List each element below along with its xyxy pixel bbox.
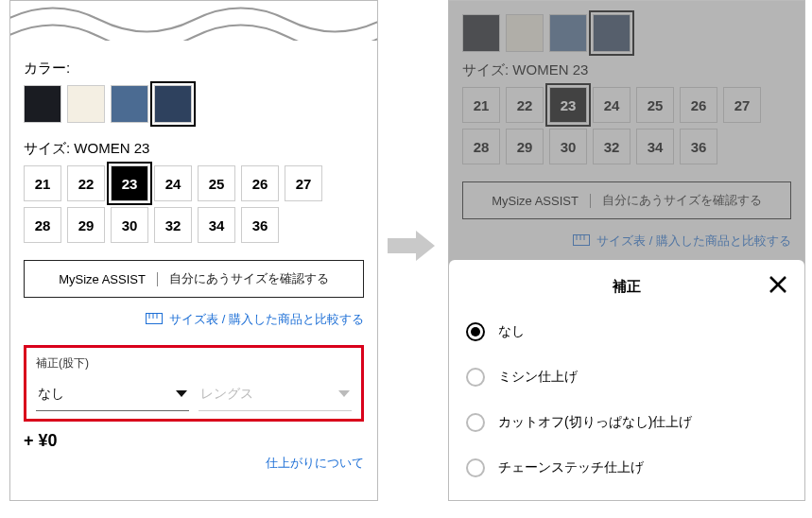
color-swatch[interactable] xyxy=(111,85,148,123)
radio-icon xyxy=(466,322,485,341)
sheet-title: 補正 xyxy=(613,278,641,296)
length-select: レングス xyxy=(199,377,352,411)
alteration-highlight: 補正(股下) なし レングス xyxy=(24,345,364,422)
alteration-select[interactable]: なし xyxy=(36,377,189,411)
size-chip[interactable]: 24 xyxy=(154,165,192,201)
left-panel: カラー: サイズ: WOMEN 23 212223242526272829303… xyxy=(9,0,378,501)
size-chip[interactable]: 34 xyxy=(198,207,235,243)
torn-edge-decoration xyxy=(9,0,378,41)
alteration-value: なし xyxy=(38,386,64,403)
right-panel: サイズ: WOMEN 23 21222324252627282930323436… xyxy=(448,0,805,501)
alteration-label: 補正(股下) xyxy=(36,355,189,371)
size-label: サイズ: WOMEN 23 xyxy=(24,140,364,158)
alteration-option-label: カットオフ(切りっぱなし)仕上げ xyxy=(498,414,692,431)
size-chip[interactable]: 22 xyxy=(67,165,105,201)
radio-icon xyxy=(466,368,485,387)
alteration-option[interactable]: カットオフ(切りっぱなし)仕上げ xyxy=(464,400,789,445)
size-chip[interactable]: 27 xyxy=(285,165,322,201)
price-adjustment: + ¥0 xyxy=(24,431,364,451)
sizechart-link-row: サイズ表 / 購入した商品と比較する xyxy=(24,311,364,328)
size-chips: 21222324252627282930323436 xyxy=(24,165,364,243)
finish-info-link[interactable]: 仕上がりについて xyxy=(266,456,364,470)
arrow-right-icon xyxy=(388,231,435,261)
alteration-option-label: なし xyxy=(498,323,525,340)
mysize-assist-subtitle: 自分にあうサイズを確認する xyxy=(158,270,340,287)
radio-icon xyxy=(466,413,485,432)
size-chip[interactable]: 29 xyxy=(67,207,105,243)
length-placeholder: レングス xyxy=(200,386,253,403)
mysize-assist-button[interactable]: MySize ASSIST 自分にあうサイズを確認する xyxy=(24,260,364,298)
mysize-assist-title: MySize ASSIST xyxy=(47,272,158,286)
alteration-option[interactable]: チェーンステッチ仕上げ xyxy=(464,445,789,491)
size-chip[interactable]: 30 xyxy=(111,207,148,243)
size-chip[interactable]: 21 xyxy=(24,165,61,201)
svg-rect-0 xyxy=(146,314,162,324)
alteration-option[interactable]: ミシン仕上げ xyxy=(464,354,789,400)
alteration-sheet: 補正 なしミシン仕上げカットオフ(切りっぱなし)仕上げチェーンステッチ仕上げ xyxy=(449,260,804,500)
length-label xyxy=(199,358,352,371)
radio-icon xyxy=(466,458,485,477)
size-chip[interactable]: 28 xyxy=(24,207,61,243)
color-swatch[interactable] xyxy=(67,85,105,123)
color-swatches xyxy=(24,85,364,123)
sizechart-link[interactable]: サイズ表 / 購入した商品と比較する xyxy=(169,312,364,326)
size-chip[interactable]: 25 xyxy=(198,165,235,201)
alteration-option[interactable]: なし xyxy=(464,309,789,354)
size-chip[interactable]: 36 xyxy=(241,207,279,243)
chevron-down-icon xyxy=(338,390,350,397)
alteration-option-label: ミシン仕上げ xyxy=(498,369,578,386)
color-swatch[interactable] xyxy=(24,85,61,123)
size-chip[interactable]: 32 xyxy=(154,207,192,243)
chevron-down-icon xyxy=(176,390,187,397)
size-chip[interactable]: 26 xyxy=(241,165,279,201)
close-button[interactable] xyxy=(767,273,789,296)
color-swatch[interactable] xyxy=(154,85,192,123)
alteration-option-label: チェーンステッチ仕上げ xyxy=(498,459,644,476)
size-chip[interactable]: 23 xyxy=(111,165,148,201)
alteration-options: なしミシン仕上げカットオフ(切りっぱなし)仕上げチェーンステッチ仕上げ xyxy=(464,309,789,491)
color-label: カラー: xyxy=(24,60,364,78)
ruler-icon xyxy=(146,313,163,327)
